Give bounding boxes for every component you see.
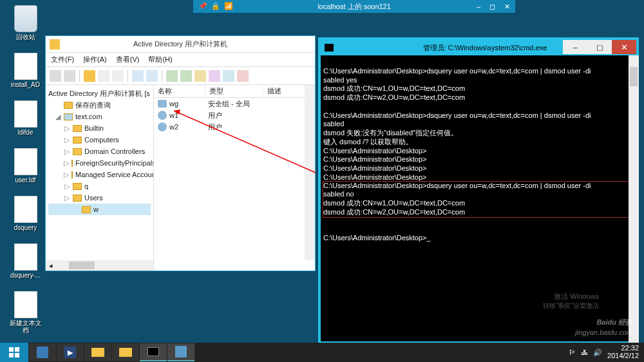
adwin-tree[interactable]: Active Directory 用户和计算机 [s 保存的查询 ◢text.c… (46, 85, 154, 271)
term-line: C:\Users\Administrator\Desktop>_ (323, 234, 431, 242)
tree-item[interactable]: ▷Users (48, 192, 151, 204)
tb-newgroup-icon[interactable] (180, 70, 192, 82)
pin-icon[interactable]: 📌 (198, 2, 207, 11)
group-icon (158, 100, 167, 108)
tb-forward-icon[interactable] (64, 70, 75, 82)
list-header[interactable]: 名称 类型 描述 (154, 85, 315, 98)
svg-rect-5 (15, 353, 19, 357)
list-item[interactable]: w2用户 (154, 121, 315, 133)
system-tray[interactable]: 🏳 🖧 🔊 22:32 2014/2/12 (569, 345, 644, 359)
menu-view[interactable]: 查看(V) (116, 55, 140, 64)
term-line: dsmod 失败:没有为"disabled"指定任何值。 (323, 129, 458, 137)
tb-delete-icon[interactable] (112, 70, 124, 82)
taskbar-explorer-2[interactable] (112, 343, 139, 361)
taskbar[interactable]: ▶ 🏳 🖧 🔊 22:32 2014/2/12 (0, 343, 644, 362)
desktop-icon-recycle-bin[interactable]: 回收站 (8, 5, 43, 41)
tree-item[interactable]: ▷Managed Service Accoun (48, 169, 151, 180)
adwin-title: Active Directory 用户和计算机 (133, 39, 227, 49)
menu-action[interactable]: 操作(A) (83, 55, 107, 64)
cmd-icon (147, 347, 159, 356)
desktop-icon-install-ad[interactable]: install_AD (8, 53, 43, 88)
tb-newou-icon[interactable] (194, 70, 206, 82)
cmd-titlebar[interactable]: 管理员: C:\Windows\system32\cmd.exe – ◻ ✕ (321, 40, 636, 55)
taskbar-cmd[interactable] (140, 343, 167, 361)
tree-item[interactable]: ▷Computers (48, 134, 151, 146)
aduc-icon (175, 346, 187, 357)
adwin-vscrollbar[interactable] (305, 85, 315, 260)
term-line: 键入 dsmod /? 以获取帮助。 (323, 138, 413, 146)
term-line: sabled (323, 120, 344, 128)
tree-hscrollbar[interactable]: ◂ (46, 260, 153, 271)
list-item[interactable]: w1用户 (154, 110, 315, 121)
tb-up-icon[interactable] (84, 70, 95, 82)
tree-root[interactable]: Active Directory 用户和计算机 [s (48, 88, 151, 99)
cmd-title: 管理员: C:\Windows\system32\cmd.exe (423, 43, 547, 53)
user-icon (158, 111, 167, 120)
tray-volume-icon[interactable]: 🔊 (593, 348, 602, 357)
term-line: sabled yes (323, 76, 357, 84)
svg-rect-2 (9, 347, 14, 352)
tb-addquery-icon[interactable] (237, 70, 249, 82)
rdp-minimize-button[interactable]: – (477, 3, 480, 11)
adwin-titlebar[interactable]: Active Directory 用户和计算机 (46, 36, 315, 53)
tree-item[interactable]: ▷q (48, 180, 151, 192)
adwin-menubar[interactable]: 文件(F) 操作(A) 查看(V) 帮助(H) (46, 53, 315, 67)
cmd-close-button[interactable]: ✕ (612, 40, 636, 54)
term-line: C:\Users\Administrator\Desktop> (323, 147, 426, 155)
tray-network-icon[interactable]: 🖧 (581, 348, 588, 356)
tb-properties-icon[interactable] (132, 70, 144, 82)
lock-icon: 🔒 (211, 2, 220, 11)
taskbar-server-manager[interactable] (29, 343, 56, 361)
tree-item[interactable]: ▷Domain Controllers (48, 146, 151, 157)
taskbar-powershell[interactable]: ▶ (57, 343, 84, 361)
tb-refresh-icon[interactable] (146, 70, 158, 82)
rdp-close-button[interactable]: ✕ (504, 3, 510, 11)
tree-item[interactable]: ▷ForeignSecurityPrincipals (48, 157, 151, 169)
tray-flag-icon[interactable]: 🏳 (569, 348, 576, 356)
list-item[interactable]: wg安全组 - 全局 (154, 98, 315, 110)
powershell-icon: ▶ (64, 347, 76, 358)
folder-icon (91, 348, 104, 357)
term-line: C:\Users\Administrator\Desktop> (323, 164, 426, 172)
desktop-icon-dsquery[interactable]: dsquery (8, 196, 43, 231)
desktop-icon-dsquery-2[interactable]: dsquery-... (8, 243, 43, 279)
tb-cut-icon[interactable] (98, 70, 109, 82)
tb-filter-icon[interactable] (209, 70, 220, 82)
cmd-maximize-button[interactable]: ◻ (587, 40, 612, 54)
cmd-minimize-button[interactable]: – (563, 40, 587, 54)
tree-item[interactable]: ▷Builtin (48, 122, 151, 134)
start-button[interactable] (0, 343, 28, 362)
adwin-icon (50, 39, 60, 50)
user-icon (158, 122, 167, 131)
cmd-terminal[interactable]: C:\Users\Administrator\Desktop>dsquery u… (321, 55, 636, 254)
adwin-list[interactable]: 名称 类型 描述 wg安全组 - 全局 w1用户 w2用户 (154, 85, 315, 271)
desktop-icon-new-text[interactable]: 新建文本文 档 (8, 291, 43, 334)
tree-item[interactable]: ◢text.com (48, 111, 151, 122)
tree-item-selected[interactable]: w (48, 204, 151, 215)
term-line: C:\Users\Administrator\Desktop>dsquery u… (323, 67, 591, 75)
rdp-restore-button[interactable]: ◻ (489, 3, 495, 11)
folder-icon (119, 348, 132, 357)
tb-newuser-icon[interactable] (166, 70, 178, 82)
taskbar-explorer[interactable] (84, 343, 111, 361)
cmd-vscrollbar[interactable] (629, 55, 639, 344)
tree-item[interactable]: 保存的查询 (48, 99, 151, 111)
desktop-icon-ldifde[interactable]: ldifde (8, 100, 43, 136)
menu-help[interactable]: 帮助(H) (148, 55, 172, 64)
tb-find-icon[interactable] (223, 70, 234, 82)
desktop-icon-user-ldf[interactable]: user.ldf (8, 148, 43, 184)
svg-rect-3 (15, 347, 19, 352)
taskbar-clock[interactable]: 22:32 2014/2/12 (607, 345, 639, 359)
windows-logo-icon (9, 347, 19, 357)
menu-file[interactable]: 文件(F) (51, 55, 74, 64)
tb-back-icon[interactable] (50, 70, 61, 82)
server-manager-icon (37, 347, 48, 358)
ad-users-computers-window[interactable]: Active Directory 用户和计算机 文件(F) 操作(A) 查看(V… (45, 35, 316, 271)
term-line: C:\Users\Administrator\Desktop> (323, 173, 426, 181)
remote-connection-bar: 📌 🔒 📶 localhost 上的 soon121 – ◻ ✕ (193, 0, 515, 13)
term-line: C:\Users\Administrator\Desktop> (323, 155, 426, 163)
term-line: dsmod 成功:CN=w1,OU=w,DC=text,DC=com (323, 84, 465, 92)
taskbar-aduc[interactable] (167, 343, 194, 361)
cmd-icon (325, 44, 334, 52)
activate-windows-watermark: 激活 Windows转移"系统"设置激活 (543, 291, 599, 310)
